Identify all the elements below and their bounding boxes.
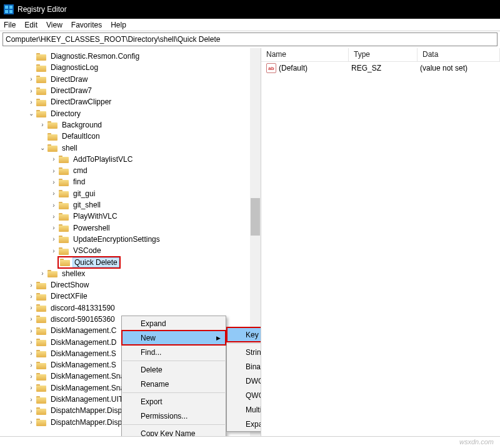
tree-item[interactable]: Diagnostic.Resmon.Config xyxy=(0,51,261,62)
tree-item[interactable]: ⌄shell xyxy=(0,142,261,153)
expander-closed-icon[interactable]: › xyxy=(28,282,35,289)
menu-item-label: Expandable String Value xyxy=(246,420,261,429)
tree-item-label: cmd xyxy=(71,166,89,176)
tree-item[interactable]: ›DirectXFile xyxy=(0,291,261,302)
expander-closed-icon[interactable]: › xyxy=(28,419,35,426)
tree-item[interactable]: ⌄Directory xyxy=(0,107,261,119)
expander-closed-icon[interactable]: › xyxy=(39,270,46,277)
list-row[interactable]: ab (Default) REG_SZ (value not set) xyxy=(261,62,500,74)
menu-item-qword-64-bit-value[interactable]: QWORD (64-bit) Value xyxy=(227,388,261,402)
string-value-icon: ab xyxy=(266,63,276,73)
menu-separator xyxy=(228,343,261,344)
tree-item[interactable]: ›DirectDrawClipper xyxy=(0,96,261,107)
tree-item[interactable]: ›shellex xyxy=(0,268,261,279)
expander-closed-icon[interactable]: › xyxy=(39,121,46,128)
expander-closed-icon[interactable]: › xyxy=(50,156,58,162)
tree-item[interactable]: ›git_gui xyxy=(0,188,261,199)
watermark: wsxdn.com xyxy=(459,438,494,446)
folder-icon xyxy=(59,224,69,232)
tree-item-label: PlayWithVLC xyxy=(71,211,119,221)
expander-closed-icon[interactable]: › xyxy=(50,236,58,242)
menu-favorites[interactable]: Favorites xyxy=(71,21,102,29)
expander-closed-icon[interactable]: › xyxy=(50,190,58,197)
tree-item[interactable]: DefaultIcon xyxy=(0,131,261,142)
menu-item-key[interactable]: Key xyxy=(227,327,261,342)
menu-item-delete[interactable]: Delete xyxy=(122,362,226,377)
folder-icon xyxy=(36,361,46,369)
menu-item-label: String Value xyxy=(246,348,261,357)
tree-item[interactable]: ›DirectDraw xyxy=(0,74,261,85)
tree-item-label: UpdateEncryptionSettings xyxy=(71,234,162,244)
expander-open-icon[interactable]: ⌄ xyxy=(39,144,46,151)
expander-closed-icon[interactable]: › xyxy=(28,407,35,414)
tree-item[interactable]: Quick Delete xyxy=(0,256,261,267)
expander-closed-icon[interactable]: › xyxy=(28,396,35,403)
folder-icon xyxy=(36,407,46,415)
tree-item[interactable]: ›PlayWithVLC xyxy=(0,211,261,222)
menu-item-label: Expand xyxy=(141,319,166,328)
tree-item[interactable]: ›discord-481331590 xyxy=(0,302,261,314)
expander-closed-icon[interactable]: › xyxy=(28,76,35,82)
col-header-data[interactable]: Data xyxy=(418,48,500,61)
tree-item[interactable]: ›UpdateEncryptionSettings xyxy=(0,234,261,245)
menu-item-multi-string-value[interactable]: Multi-String Value xyxy=(227,402,261,417)
tree-item[interactable]: ›find xyxy=(0,176,261,187)
tree-pane[interactable]: Diagnostic.Resmon.ConfigDiagnosticLog›Di… xyxy=(0,48,261,436)
expander-closed-icon[interactable]: › xyxy=(50,224,58,231)
tree-item[interactable]: ›Background xyxy=(0,119,261,131)
menu-item-expandable-string-value[interactable]: Expandable String Value xyxy=(227,417,261,431)
expander-closed-icon[interactable]: › xyxy=(28,304,35,311)
tree-item[interactable]: ›cmd xyxy=(0,165,261,176)
menu-item-dword-32-bit-value[interactable]: DWORD (32-bit) Value xyxy=(227,374,261,388)
menu-edit[interactable]: Edit xyxy=(24,21,38,29)
expander-closed-icon[interactable]: › xyxy=(28,373,35,380)
menu-item-export[interactable]: Export xyxy=(122,394,226,409)
expander-closed-icon[interactable]: › xyxy=(28,87,35,94)
menu-item-permissions[interactable]: Permissions... xyxy=(122,409,226,423)
menu-item-rename[interactable]: Rename xyxy=(122,377,226,391)
col-header-type[interactable]: Type xyxy=(349,48,418,61)
expander-closed-icon[interactable]: › xyxy=(28,316,35,322)
expander-closed-icon[interactable]: › xyxy=(50,247,58,254)
menu-item-new[interactable]: New▶ xyxy=(122,331,226,345)
tree-item[interactable]: ›AddToPlaylistVLC xyxy=(0,154,261,165)
menu-item-label: Binary Value xyxy=(246,362,261,371)
values-pane[interactable]: Name Type Data ab (Default) REG_SZ (valu… xyxy=(261,48,500,436)
expander-closed-icon[interactable]: › xyxy=(28,99,35,106)
svg-rect-1 xyxy=(5,6,8,9)
address-bar[interactable]: Computer\HKEY_CLASSES_ROOT\Directory\she… xyxy=(2,32,498,46)
tree-item-label: DirectDraw7 xyxy=(49,86,94,96)
tree-item-label: AddToPlaylistVLC xyxy=(71,154,134,164)
tree-item[interactable]: ›Powershell xyxy=(0,222,261,233)
menu-item-find[interactable]: Find... xyxy=(122,345,226,359)
tree-item[interactable]: DiagnosticLog xyxy=(0,62,261,73)
col-header-name[interactable]: Name xyxy=(261,48,349,61)
expander-closed-icon[interactable]: › xyxy=(28,339,35,346)
tree-item-label: VSCode xyxy=(71,246,103,256)
tree-item[interactable]: ›VSCode xyxy=(0,245,261,256)
expander-closed-icon[interactable]: › xyxy=(28,293,35,300)
expander-open-icon[interactable]: ⌄ xyxy=(28,110,35,117)
expander-closed-icon[interactable]: › xyxy=(28,384,35,391)
expander-closed-icon[interactable]: › xyxy=(50,202,58,209)
menu-item-expand[interactable]: Expand xyxy=(122,316,226,331)
tree-item[interactable]: ›DirectShow xyxy=(0,279,261,291)
folder-icon xyxy=(36,109,46,117)
menu-item-copy-key-name[interactable]: Copy Key Name xyxy=(122,426,226,436)
expander-closed-icon[interactable]: › xyxy=(50,179,58,186)
expander-closed-icon[interactable]: › xyxy=(28,350,35,357)
expander-closed-icon[interactable]: › xyxy=(28,362,35,369)
menu-view[interactable]: View xyxy=(46,21,62,29)
expander-closed-icon[interactable]: › xyxy=(50,213,58,220)
expander-closed-icon[interactable]: › xyxy=(28,327,35,334)
menu-help[interactable]: Help xyxy=(111,21,126,29)
expander-closed-icon[interactable]: › xyxy=(50,167,58,174)
tree-item[interactable]: ›git_shell xyxy=(0,199,261,211)
menu-item-string-value[interactable]: String Value xyxy=(227,345,261,359)
scrollbar-thumb[interactable] xyxy=(251,198,260,236)
tree-item[interactable]: ›DirectDraw7 xyxy=(0,85,261,96)
tree-item-label: DirectShow xyxy=(49,280,91,290)
menu-item-binary-value[interactable]: Binary Value xyxy=(227,359,261,374)
menu-file[interactable]: File xyxy=(4,21,16,29)
tree-item-label: Diagnostic.Resmon.Config xyxy=(49,51,141,61)
